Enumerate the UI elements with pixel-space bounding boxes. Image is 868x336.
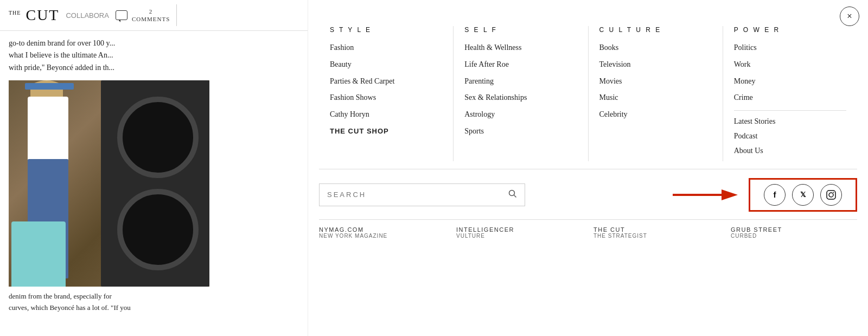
nav-item-movies[interactable]: Movies — [599, 77, 712, 86]
nav-col-style: S T Y L E Fashion Beauty Parties & Red C… — [319, 26, 454, 161]
nav-item-politics[interactable]: Politics — [734, 43, 846, 53]
close-button[interactable]: × — [840, 7, 859, 26]
arrow-annotation — [673, 184, 738, 206]
nav-item-fashion-shows[interactable]: Fashion Shows — [330, 93, 442, 103]
footer-intelligencer[interactable]: INTELLIGENCER VULTURE — [456, 226, 583, 239]
logo: THE CUT — [9, 7, 59, 24]
footer-the-cut-label[interactable]: THE CUT — [593, 226, 720, 233]
nav-item-podcast[interactable]: Podcast — [734, 132, 846, 141]
svg-point-5 — [829, 193, 833, 197]
comment-count: 2 — [132, 8, 170, 15]
comments-label: COMMENTS — [132, 15, 170, 23]
search-icon — [508, 189, 517, 200]
footer-the-strategist[interactable]: THE STRATEGIST — [593, 233, 720, 239]
article-header: THE CUT COLLABORA 2 COMMENTS — [0, 0, 309, 31]
style-title: S T Y L E — [330, 26, 442, 34]
nav-item-astrology[interactable]: Astrology — [464, 110, 577, 119]
nav-col-culture: C U L T U R E Books Television Movies Mu… — [589, 26, 723, 161]
footer-new-york-mag[interactable]: NEW YORK MAGAZINE — [319, 233, 445, 239]
footer-the-cut[interactable]: THE CUT THE STRATEGIST — [593, 226, 720, 239]
search-social-row: f 𝕏 — [319, 169, 857, 212]
article-text: go-to denim brand for over 100 y... what… — [0, 31, 309, 80]
svg-point-0 — [509, 190, 515, 195]
footer-grub-street[interactable]: GRUB STREET CURBED — [731, 226, 857, 239]
nav-col-self: S E L F Health & Wellness Life After Roe… — [454, 26, 588, 161]
twitter-icon[interactable]: 𝕏 — [792, 184, 814, 206]
nav-item-money[interactable]: Money — [734, 77, 846, 86]
svg-marker-3 — [722, 189, 738, 200]
social-icons-area: f 𝕏 — [749, 178, 857, 212]
nav-item-sex-relationships[interactable]: Sex & Relationships — [464, 93, 577, 103]
svg-line-1 — [514, 195, 516, 197]
svg-point-6 — [833, 192, 834, 193]
svg-rect-4 — [827, 191, 835, 199]
article-image — [9, 80, 209, 287]
instagram-icon[interactable] — [820, 184, 842, 206]
facebook-icon[interactable]: f — [764, 184, 786, 206]
culture-title: C U L T U R E — [599, 26, 712, 34]
footer-vulture[interactable]: VULTURE — [456, 233, 583, 239]
power-title: P O W E R — [734, 26, 846, 34]
search-area — [319, 183, 662, 206]
nav-item-beauty[interactable]: Beauty — [330, 60, 442, 69]
nav-item-crime[interactable]: Crime — [734, 93, 846, 103]
navigation-overlay: × S T Y L E Fashion Beauty Parties & Red… — [308, 0, 868, 336]
nav-item-work[interactable]: Work — [734, 60, 846, 69]
comment-area[interactable]: 2 COMMENTS — [116, 8, 170, 23]
nav-item-music[interactable]: Music — [599, 93, 712, 103]
power-extra: Latest Stories Podcast About Us — [734, 117, 846, 155]
search-box[interactable] — [319, 183, 525, 206]
footer-curbed[interactable]: CURBED — [731, 233, 857, 239]
nav-item-cathy-horyn[interactable]: Cathy Horyn — [330, 110, 442, 119]
comment-bubble-icon — [116, 10, 127, 20]
nav-item-parenting[interactable]: Parenting — [464, 77, 577, 86]
nav-item-books[interactable]: Books — [599, 43, 712, 53]
footer-intelligencer-label[interactable]: INTELLIGENCER — [456, 226, 583, 233]
nav-item-sports[interactable]: Sports — [464, 127, 577, 136]
footer-nymag[interactable]: NYMAG.COM NEW YORK MAGAZINE — [319, 226, 445, 239]
nav-item-life-after-roe[interactable]: Life After Roe — [464, 60, 577, 69]
nav-item-celebrity[interactable]: Celebrity — [599, 110, 712, 119]
nav-item-latest-stories[interactable]: Latest Stories — [734, 117, 846, 126]
footer-nymag-label[interactable]: NYMAG.COM — [319, 226, 445, 233]
nav-footer: NYMAG.COM NEW YORK MAGAZINE INTELLIGENCE… — [319, 219, 857, 239]
nav-item-fashion[interactable]: Fashion — [330, 43, 442, 53]
self-title: S E L F — [464, 26, 577, 34]
article-background: THE CUT COLLABORA 2 COMMENTS go-to denim… — [0, 0, 309, 336]
power-divider — [734, 110, 846, 111]
search-input[interactable] — [327, 191, 508, 199]
article-bottom-text: denim from the brand, especially for cur… — [0, 287, 309, 318]
nav-item-health-wellness[interactable]: Health & Wellness — [464, 43, 577, 53]
nav-item-about-us[interactable]: About Us — [734, 147, 846, 156]
header-divider — [176, 4, 177, 26]
nav-col-power: P O W E R Politics Work Money Crime Late… — [723, 26, 857, 161]
nav-columns: S T Y L E Fashion Beauty Parties & Red C… — [308, 26, 868, 161]
nav-item-parties-red-carpet[interactable]: Parties & Red Carpet — [330, 77, 442, 86]
nav-item-the-cut-shop[interactable]: THE CUT SHOP — [330, 127, 442, 136]
footer-grub-street-label[interactable]: GRUB STREET — [731, 226, 857, 233]
nav-item-television[interactable]: Television — [599, 60, 712, 69]
nav-top-bar: × — [308, 0, 868, 26]
